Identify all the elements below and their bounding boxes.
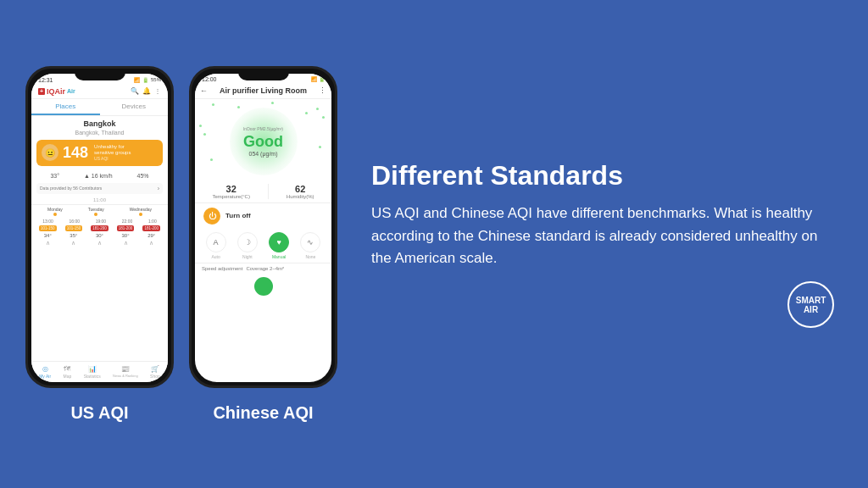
- iqair-name: IQAir: [47, 87, 65, 96]
- bell-icon[interactable]: 🔔: [142, 87, 151, 95]
- aqi-number: 148: [63, 144, 88, 162]
- mode-manual[interactable]: ♥ Manual: [269, 232, 289, 259]
- aqi-label: Unhealthy for sensitive groups US AQI: [94, 144, 131, 161]
- cn-phone-screen: 12:00 📶 🔋 ← Air purifier Living Room ⋮: [195, 74, 331, 382]
- shop-icon: 🛒: [151, 365, 159, 373]
- main-title: Different Standards: [371, 160, 834, 191]
- night-mode-icon: ☽: [237, 232, 258, 252]
- us-phone-notch: [75, 69, 125, 80]
- cn-phone-label: Chinese AQI: [213, 403, 313, 423]
- wednesday-dot: [139, 213, 142, 216]
- cn-humidity-stat: 62 Humidity(%): [287, 184, 314, 199]
- us-arrows-row: ∧ ∧ ∧ ∧ ∧: [31, 239, 168, 247]
- cn-phone-wrapper: 12:00 📶 🔋 ← Air purifier Living Room ⋮: [189, 66, 337, 423]
- us-aqi-bar: 😐 148 Unhealthy for sensitive groups US …: [36, 140, 163, 166]
- cn-indoor-label: InDoor PM2.5(μg/m²): [243, 126, 283, 131]
- smart-air-badge: SMART AIR: [787, 281, 834, 328]
- speed-circle-icon[interactable]: [254, 277, 273, 296]
- power-button[interactable]: ⏻: [203, 208, 220, 225]
- us-header: + IQAir Air 🔍 🔔 ⋮: [31, 85, 168, 99]
- nav-news[interactable]: 📰 News & Ranking: [113, 365, 138, 379]
- us-phone-screen: 12:31 📶 🔋 55% +: [31, 74, 168, 382]
- cn-stats: 32 Temperature(°C) 62 Humidity(%): [195, 180, 331, 202]
- cn-signal-icon: 📶: [311, 76, 317, 82]
- mode-none[interactable]: ∿ None: [300, 232, 320, 259]
- us-bottom-nav: ◎ My Air 🗺 Map 📊 Statistics 📰: [31, 361, 168, 382]
- nav-shop[interactable]: 🛒 Shop: [150, 365, 160, 379]
- smart-air-line2: AIR: [804, 305, 818, 314]
- smart-air-line1: SMART: [796, 296, 826, 305]
- cn-phone-notch: [238, 69, 289, 80]
- monday-dot: [53, 213, 57, 216]
- smart-air-logo-area: SMART AIR: [371, 281, 834, 328]
- cn-phone-frame: 12:00 📶 🔋 ← Air purifier Living Room ⋮: [189, 66, 337, 388]
- us-phone-label: US AQI: [70, 403, 128, 423]
- us-wind: ▲ 16 km/h: [84, 173, 113, 179]
- mode-auto[interactable]: A Auto: [206, 232, 226, 259]
- us-temps-row: 34° 35° 30° 30° 29°: [31, 232, 168, 239]
- auto-mode-icon: A: [206, 232, 226, 252]
- us-time: 12:31: [38, 77, 53, 83]
- coverage-label: Coverage 2–4m²: [246, 266, 284, 271]
- day-monday: Monday: [47, 207, 63, 216]
- tuesday-dot: [94, 213, 97, 216]
- page-container: 12:31 📶 🔋 55% +: [0, 0, 868, 488]
- my-air-icon: ◎: [42, 365, 48, 373]
- us-temp: 33°: [50, 173, 59, 179]
- cn-glow-circle: InDoor PM2.5(μg/m²) Good 054 (μg/m): [230, 108, 298, 175]
- speed-label: Speed adjustment: [202, 266, 242, 271]
- day-tuesday: Tuesday: [88, 207, 104, 216]
- stats-icon: 📊: [88, 365, 97, 373]
- cn-quality-value: 054 (μg/m): [249, 151, 278, 157]
- turn-off-label: Turn off: [225, 212, 251, 219]
- tab-places[interactable]: Places: [31, 99, 100, 115]
- cn-temp-stat: 32 Temperature(°C): [212, 184, 249, 199]
- nav-stats[interactable]: 📊 Statistics: [84, 365, 101, 379]
- aqi-face-icon: 😐: [42, 144, 58, 161]
- cn-modes-row: A Auto ☽ Night ♥ Manual ∿: [195, 229, 331, 263]
- right-panel: Different Standards US AQI and Chinese A…: [354, 152, 843, 337]
- iqair-plus: +: [38, 88, 45, 95]
- cn-menu-icon[interactable]: ⋮: [319, 86, 326, 95]
- day-wednesday: Wednesday: [130, 207, 152, 216]
- main-description: US AQI and Chinese AQI have different be…: [371, 202, 834, 269]
- nav-my-air[interactable]: ◎ My Air: [39, 365, 51, 379]
- nav-map[interactable]: 🗺 Map: [64, 365, 72, 379]
- cn-visual-area: InDoor PM2.5(μg/m²) Good 054 (μg/m): [195, 99, 331, 180]
- map-icon: 🗺: [64, 365, 70, 373]
- cn-header: ← Air purifier Living Room ⋮: [195, 85, 331, 99]
- us-contributors: Data provided by 56 Contributors ›: [36, 183, 163, 194]
- us-city-sub: Bangkok, Thailand: [31, 130, 168, 136]
- back-icon[interactable]: ←: [200, 86, 208, 95]
- iqair-logo: + IQAir Air: [38, 87, 75, 96]
- us-phone-frame: 12:31 📶 🔋 55% +: [25, 66, 174, 388]
- news-icon: 📰: [121, 365, 130, 373]
- us-weather: 33° ▲ 16 km/h 45%: [31, 170, 168, 181]
- us-phone-wrapper: 12:31 📶 🔋 55% +: [25, 66, 174, 423]
- cn-quality-label: Good: [243, 133, 283, 151]
- us-tabs: Places Devices: [31, 99, 168, 116]
- cn-speed-section: Speed adjustment Coverage 2–4m²: [195, 263, 331, 274]
- us-days-row: Monday Tuesday Wednesday: [31, 204, 168, 218]
- cn-turn-off-bar: ⏻ Turn off: [195, 202, 331, 229]
- cn-header-title: Air purifier Living Room: [220, 86, 307, 95]
- cn-speed-control: [195, 274, 331, 297]
- phones-section: 12:31 📶 🔋 55% +: [25, 66, 337, 423]
- us-badges-row: 101-150 101-150 181-200 181-200 181-200: [31, 225, 168, 232]
- mode-night[interactable]: ☽ Night: [237, 232, 258, 259]
- tab-devices[interactable]: Devices: [100, 99, 169, 115]
- us-battery: 55%: [151, 77, 161, 82]
- us-hours-row: 13:00 16:00 19:00 22:00 1:00: [31, 218, 168, 225]
- us-time-row: 11:00: [31, 196, 168, 204]
- cn-time: 12:00: [202, 76, 217, 82]
- cn-battery-icon: 🔋: [319, 76, 325, 82]
- chevron-right-icon: ›: [158, 186, 159, 191]
- search-icon[interactable]: 🔍: [131, 87, 139, 95]
- menu-icon[interactable]: ⋮: [154, 87, 161, 95]
- manual-mode-icon: ♥: [269, 232, 289, 252]
- none-mode-icon: ∿: [300, 232, 320, 252]
- us-header-icons: 🔍 🔔 ⋮: [131, 87, 161, 95]
- us-humidity: 45%: [137, 173, 149, 179]
